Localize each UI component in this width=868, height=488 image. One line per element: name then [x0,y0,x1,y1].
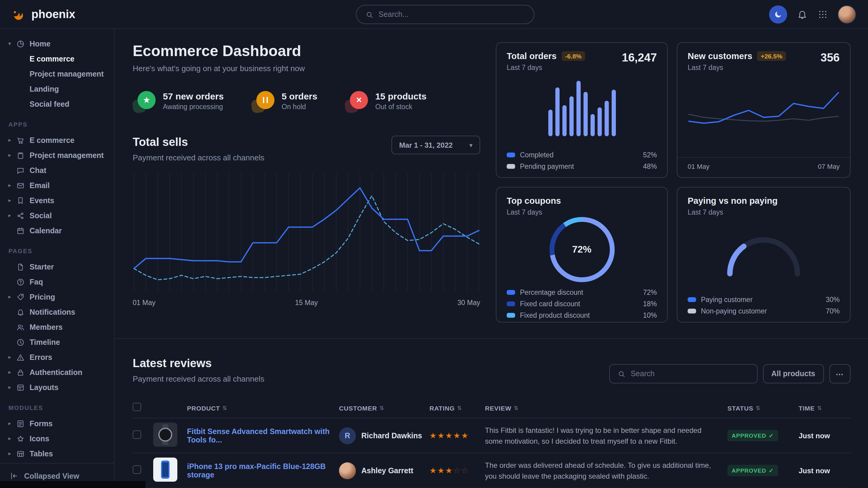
global-search[interactable] [355,5,534,24]
customer-avatar[interactable]: R [339,427,356,444]
question-icon [16,278,25,286]
search-icon [617,369,626,378]
review-row[interactable]: iPhone 13 pro max-Pacific Blue-128GB sto… [133,453,850,488]
sidebar-item-pricing[interactable]: ▸Pricing [8,289,108,304]
column-header-customer[interactable]: CUSTOMER⇅ [339,404,430,412]
reviews-table: PRODUCT⇅CUSTOMER⇅RATING⇅REVIEW⇅STATUS⇅TI… [133,398,850,488]
product-image[interactable] [153,458,177,482]
sidebar-item-e-commerce[interactable]: E commerce [8,51,108,66]
chat-icon [16,166,25,174]
sidebar-item-icons[interactable]: ▸Icons [8,431,108,446]
brand-logo[interactable]: phoenix [11,6,75,22]
customer-avatar[interactable] [339,462,356,479]
column-header-review[interactable]: REVIEW⇅ [485,404,727,412]
review-row[interactable]: Fitbit Sense Advanced Smartwatch with To… [133,418,850,453]
chevron-right-icon: ▸ [8,153,16,158]
sidebar-item-tables[interactable]: ▸Tables [8,446,108,461]
date-range-select[interactable]: Mar 1 - 31, 2022 ▾ [391,136,480,154]
calendar-icon [16,226,25,235]
app-root: phoenix ▾HomeE commerceProject managemen… [0,0,868,488]
sidebar-item-forms[interactable]: ▸Forms [8,416,108,431]
sidebar-item-events[interactable]: ▸Events [8,193,108,208]
sidebar-item-landing[interactable]: Landing [8,82,108,96]
status-badge: APPROVED ✓ [727,465,778,476]
legend-item: Completed52% [507,151,657,159]
sidebar-item-e-commerce[interactable]: ▸E commerce [8,133,108,148]
sidebar-item-project-management[interactable]: ▸Project management [8,148,108,163]
notifications-button[interactable] [797,9,808,20]
column-header-time[interactable]: TIME⇅ [799,404,850,412]
sort-icon: ⇅ [222,405,227,411]
x-icon: ✕ [350,91,368,109]
column-header-rating[interactable]: RATING⇅ [430,404,485,412]
stat-awating-processing: ★57 new ordersAwating processing [133,91,224,113]
pause-icon [256,91,275,109]
sidebar-item-layouts[interactable]: ▸Layouts [8,380,108,395]
sidebar-section-pages: PAGES [8,248,108,254]
reviews-search[interactable] [609,364,757,383]
sidebar-item-home[interactable]: ▾Home [8,36,108,51]
select-all-checkbox[interactable] [133,403,141,411]
stat-out-of-stock: ✕15 productsOut of stock [345,91,427,113]
all-products-button[interactable]: All products [763,364,824,383]
column-header-product[interactable]: PRODUCT⇅ [187,404,339,412]
customer-name: Richard Dawkins [361,431,422,440]
sidebar-item-notifications[interactable]: Notifications [8,304,108,320]
bookmark-icon [16,196,25,205]
sidebar-item-project-management[interactable]: Project management [8,66,108,82]
lock-icon [16,368,25,377]
sidebar-item-social[interactable]: ▸Social [8,208,108,223]
sidebar-item-social-feed[interactable]: Social feed [8,96,108,111]
product-link[interactable]: iPhone 13 pro max-Pacific Blue-128GB sto… [187,462,339,479]
sidebar-item-starter[interactable]: Starter [8,259,108,274]
stat-on-hold: 5 ordersOn hold [251,91,317,113]
global-search-input[interactable] [378,10,525,19]
row-checkbox[interactable] [133,465,141,474]
cart-icon [16,136,25,144]
sidebar-item-chat[interactable]: Chat [8,163,108,178]
rating-stars: ★★★☆☆ [430,466,485,475]
reviews-subtitle: Payment received across all channels [133,375,264,383]
layout-icon [16,383,25,392]
apps-grid-button[interactable] [817,9,828,20]
user-avatar[interactable] [838,5,856,23]
card-paying-vs-nonpaying: Paying vs non paying Last 7 days Paying … [677,187,850,323]
table-icon [16,449,25,458]
product-image[interactable] [153,423,177,447]
star-icon: ★ [137,91,156,109]
trend-badge: +26.5% [757,51,786,61]
legend-item: Non-paying customer70% [688,307,840,315]
sidebar-item-calendar[interactable]: Calendar [8,223,108,238]
sidebar-item-errors[interactable]: ▸Errors [8,350,108,365]
review-text: This Fitbit is fantastic! I was trying t… [485,425,727,446]
review-time: Just now [799,466,850,475]
sidebar-item-members[interactable]: Members [8,320,108,334]
table-header-row: PRODUCT⇅CUSTOMER⇅RATING⇅REVIEW⇅STATUS⇅TI… [133,398,850,418]
theme-toggle-button[interactable] [769,5,787,23]
sidebar-item-email[interactable]: ▸Email [8,178,108,193]
pie-icon [16,39,25,48]
product-link[interactable]: Fitbit Sense Advanced Smartwatch with To… [187,427,339,444]
sidebar-item-faq[interactable]: Faq [8,274,108,289]
sidebar: ▾HomeE commerceProject managementLanding… [0,29,115,488]
chevron-right-icon: ▸ [8,198,16,203]
total-sells-chart [133,172,480,292]
reviews-search-input[interactable] [631,369,749,378]
page-title: Ecommerce Dashboard [133,42,480,60]
status-badge: APPROVED ✓ [727,430,778,441]
moon-icon [773,9,783,19]
column-header-status[interactable]: STATUS⇅ [727,404,799,412]
clipboard-icon [16,151,25,159]
chevron-right-icon: ▸ [8,294,16,300]
new-customers-chart [688,84,840,141]
review-time: Just now [799,431,850,440]
sort-icon: ⇅ [379,405,384,411]
sidebar-nav: ▾HomeE commerceProject managementLanding… [0,29,114,463]
x-axis-ticks: 01 May 07 May [677,157,850,170]
top-navbar: phoenix [0,0,868,29]
reviews-title: Latest reviews [133,357,264,370]
row-checkbox[interactable] [133,430,141,439]
sidebar-item-timeline[interactable]: Timeline [8,334,108,350]
more-options-button[interactable]: ⋯ [829,364,850,383]
sidebar-item-authentication[interactable]: ▸Authentication [8,365,108,380]
